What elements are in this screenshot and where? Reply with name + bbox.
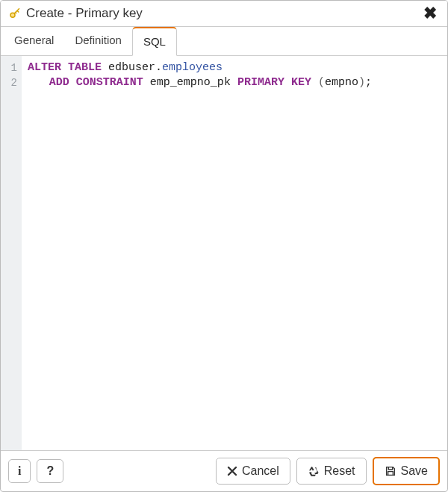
dialog-create-primary-key: Create - Primary key ✖ General Definitio…	[0, 0, 448, 492]
dialog-title: Create - Primary key	[26, 6, 420, 21]
editor-gutter: 12	[1, 56, 22, 450]
footer: i ? Cancel Reset Save	[1, 450, 447, 491]
code-line: ADD CONSTRAINT emp_empno_pk PRIMARY KEY …	[28, 75, 441, 90]
recycle-icon	[308, 465, 320, 477]
titlebar: Create - Primary key ✖	[1, 1, 447, 27]
tab-definition[interactable]: Definition	[64, 27, 132, 55]
editor-code[interactable]: ALTER TABLE edbuser.employeesADD CONSTRA…	[22, 56, 447, 450]
info-icon: i	[18, 464, 21, 478]
line-number: 1	[1, 60, 17, 75]
cancel-button[interactable]: Cancel	[216, 458, 290, 485]
save-button[interactable]: Save	[373, 457, 440, 485]
key-icon	[8, 7, 22, 20]
sql-editor[interactable]: 12 ALTER TABLE edbuser.employeesADD CONS…	[1, 56, 447, 450]
code-line: ALTER TABLE edbuser.employees	[28, 60, 441, 75]
close-button[interactable]: ✖	[420, 5, 440, 22]
reset-label: Reset	[324, 464, 355, 478]
cancel-label: Cancel	[242, 464, 279, 478]
save-icon	[385, 465, 396, 477]
reset-button[interactable]: Reset	[296, 458, 367, 485]
save-label: Save	[401, 464, 428, 478]
tab-sql[interactable]: SQL	[132, 27, 177, 56]
tab-general[interactable]: General	[4, 27, 64, 55]
tabs: General Definition SQL	[1, 27, 447, 56]
info-button[interactable]: i	[8, 459, 31, 483]
help-icon: ?	[46, 464, 54, 478]
line-number: 2	[1, 75, 17, 90]
help-button[interactable]: ?	[37, 459, 63, 483]
close-icon	[227, 466, 237, 476]
